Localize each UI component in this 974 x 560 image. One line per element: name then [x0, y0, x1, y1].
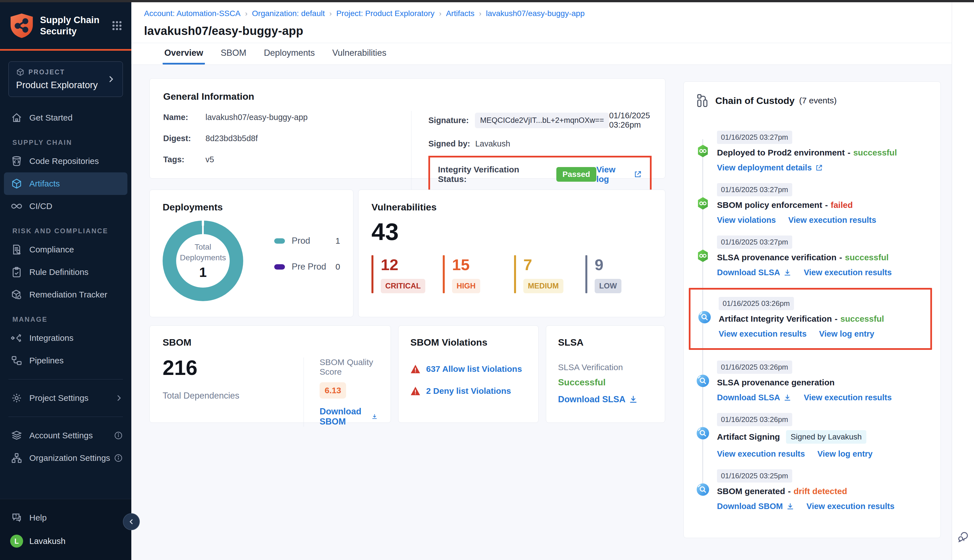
page-header: Account: Automation-SSCA › Organization:…	[131, 2, 952, 43]
card-title: Deployments	[163, 202, 340, 213]
breadcrumb-project[interactable]: Project: Product Exploratory	[336, 9, 435, 18]
sidebar-collapse-button[interactable]	[123, 513, 140, 530]
event-title: SLSA provenance verification	[717, 253, 836, 262]
breadcrumb-artifact-name[interactable]: lavakush07/easy-buggy-app	[486, 9, 584, 18]
sidebar-item-get-started[interactable]: Get Started	[0, 107, 131, 129]
card-title: Vulnerabilities	[372, 202, 652, 213]
app-switcher-grid-icon[interactable]	[111, 20, 123, 32]
view-log-entry-link[interactable]: View log entry	[819, 329, 874, 338]
support-chat-icon[interactable]	[957, 531, 969, 543]
event-title: Artifact Integrity Verification	[719, 314, 832, 324]
tab-vulnerabilities[interactable]: Vulnerabilities	[330, 43, 388, 65]
sidebar-item-integrations[interactable]: Integrations	[0, 327, 131, 349]
name-value: lavakush07/easy-buggy-app	[205, 113, 308, 122]
project-label: PROJECT	[28, 68, 65, 76]
view-log-link[interactable]: View log	[596, 165, 642, 184]
sbom-total-label: Total Dependencies	[163, 391, 304, 401]
view-violations-link[interactable]: View violations	[717, 215, 776, 225]
event-sbom-generated: 01/16/2025 03:25pm SBOM generated - drif…	[696, 469, 928, 511]
sidebar-item-help[interactable]: ? Help	[0, 507, 131, 529]
allow-list-violations-link[interactable]: 637 Allow list Violations	[426, 364, 522, 374]
download-sbom-link[interactable]: Download SBOM	[320, 407, 378, 427]
section-header-supply-chain: SUPPLY CHAIN	[0, 129, 131, 150]
signature-row: Signature: MEQCICde2VjIT...bL+2+mqnOXw==…	[429, 111, 652, 130]
home-icon	[10, 112, 23, 123]
deny-list-violations-link[interactable]: 2 Deny list Violations	[426, 386, 511, 396]
view-execution-results-link[interactable]: View execution results	[717, 449, 805, 458]
view-deployment-details-link[interactable]: View deployment details	[717, 163, 823, 172]
vulnerabilities-card: Vulnerabilities 43 12 CRITICAL 15	[358, 190, 665, 317]
tab-deployments[interactable]: Deployments	[262, 43, 317, 65]
sidebar-item-project-settings[interactable]: Project Settings	[0, 387, 131, 409]
view-execution-results-link[interactable]: View execution results	[788, 215, 876, 225]
project-selector[interactable]: PROJECT Product Exploratory	[8, 62, 123, 97]
breadcrumb-separator: ›	[245, 9, 247, 18]
event-title: Artifact Signing	[717, 432, 780, 442]
sidebar-item-organization-settings[interactable]: Organization Settings	[0, 447, 131, 469]
severity-bar	[443, 255, 445, 293]
download-slsa-link[interactable]: Download SLSA	[717, 393, 791, 402]
tab-sbom[interactable]: SBOM	[219, 43, 248, 65]
view-execution-results-link[interactable]: View execution results	[804, 268, 892, 277]
download-slsa-link[interactable]: Download SLSA	[717, 268, 791, 277]
vulnerabilities-total: 43	[372, 218, 652, 246]
deny-list-violations-row: 2 Deny list Violations	[410, 386, 527, 396]
severity-bar	[514, 255, 516, 293]
external-link-icon	[634, 170, 642, 178]
digest-value: 8d23bd3b5d8f	[205, 134, 258, 143]
clipboard-check-icon	[10, 267, 23, 278]
event-timestamp: 01/16/2025 03:27pm	[717, 235, 792, 249]
verification-event-icon	[696, 483, 710, 496]
artifact-name-row: Name: lavakush07/easy-buggy-app	[163, 113, 411, 122]
sidebar-item-compliance[interactable]: Compliance	[0, 238, 131, 261]
breadcrumb-separator: ›	[479, 9, 482, 18]
user-menu[interactable]: L Lavakush	[0, 529, 131, 552]
integrity-status-label: Integrity Verification Status:	[438, 165, 550, 184]
verification-event-icon	[698, 310, 711, 324]
chevron-right-icon	[107, 75, 115, 83]
signed-by-badge: Signed by Lavakush	[786, 430, 866, 444]
download-slsa-link[interactable]: Download SLSA	[558, 394, 653, 405]
project-name: Product Exploratory	[16, 80, 98, 90]
sidebar-item-remediation-tracker[interactable]: Remediation Tracker	[0, 283, 131, 306]
pipelines-icon	[10, 355, 23, 366]
event-artifact-signing: 01/16/2025 03:26pm Artifact Signing Sign…	[696, 413, 928, 458]
tab-bar: Overview SBOM Deployments Vulnerabilitie…	[131, 43, 952, 65]
info-icon[interactable]	[114, 453, 123, 463]
sidebar-item-label: Code Repositories	[29, 156, 99, 166]
sidebar-item-account-settings[interactable]: Account Settings	[0, 424, 131, 447]
sidebar-item-pipelines[interactable]: Pipelines	[0, 349, 131, 372]
sidebar-item-label: Organization Settings	[29, 453, 110, 463]
breadcrumb-artifacts[interactable]: Artifacts	[446, 9, 474, 18]
sidebar-item-cicd[interactable]: CI/CD	[0, 195, 131, 217]
card-title: General Information	[163, 91, 652, 102]
view-execution-results-link[interactable]: View execution results	[719, 329, 807, 338]
integrity-annotation-box: Integrity Verification Status: Passed Vi…	[429, 156, 652, 193]
gear-icon	[10, 392, 23, 404]
top-strip	[0, 0, 974, 2]
breadcrumb-separator: ›	[329, 9, 332, 18]
sidebar-item-code-repositories[interactable]: Code Repositories	[0, 150, 131, 172]
view-execution-results-link[interactable]: View execution results	[807, 502, 894, 511]
breadcrumb-organization[interactable]: Organization: default	[252, 9, 325, 18]
artifact-tags-row: Tags: v5	[163, 155, 411, 164]
app-title: Supply Chain Security	[40, 14, 105, 37]
view-log-entry-link[interactable]: View log entry	[817, 449, 872, 458]
download-sbom-link[interactable]: Download SBOM	[717, 502, 794, 511]
signature-label: Signature:	[429, 116, 469, 125]
code-repository-icon	[10, 155, 23, 167]
sidebar-item-rule-definitions[interactable]: Rule Definitions	[0, 261, 131, 283]
info-icon[interactable]	[114, 431, 123, 440]
user-name: Lavakush	[29, 536, 65, 546]
general-information-card: General Information Name: lavakush07/eas…	[149, 78, 665, 178]
tab-overview[interactable]: Overview	[163, 43, 205, 65]
sidebar-item-label: Account Settings	[29, 431, 93, 440]
sidebar-item-label: Compliance	[29, 245, 74, 254]
deployments-card: Deployments Total Deployments 1	[149, 190, 354, 317]
breadcrumb-account[interactable]: Account: Automation-SSCA	[144, 9, 240, 18]
sidebar-item-artifacts[interactable]: Artifacts	[4, 172, 127, 195]
severity-badge: HIGH	[452, 279, 480, 293]
view-execution-results-link[interactable]: View execution results	[804, 393, 892, 402]
verification-event-icon	[696, 374, 710, 388]
signature-value[interactable]: MEQCICde2VjIT...bL+2+mqnOXw==	[475, 113, 609, 128]
